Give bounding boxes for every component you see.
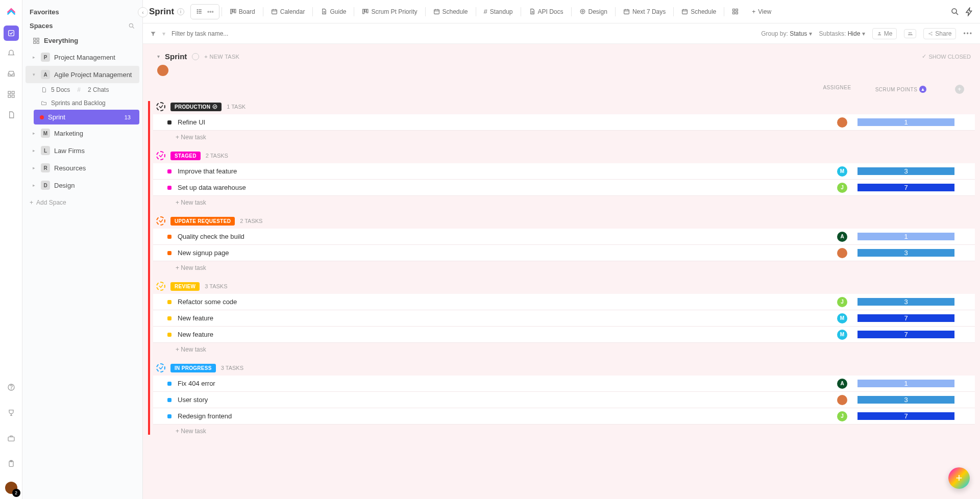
task-name[interactable]: Redesign frontend: [178, 412, 827, 420]
task-name[interactable]: New signup page: [178, 249, 827, 257]
view-tab[interactable]: API Docs: [523, 4, 569, 19]
task-row[interactable]: User story 3: [153, 392, 975, 408]
status-group-header[interactable]: IN PROGRESS 3 TASKS: [153, 362, 975, 376]
space-item[interactable]: ▾ A Agile Project Management: [26, 66, 139, 83]
add-view-button[interactable]: +View: [746, 4, 777, 19]
scrum-points-cell[interactable]: 7: [857, 314, 954, 322]
grid-view-icon[interactable]: [726, 4, 744, 19]
search-icon[interactable]: [950, 7, 960, 16]
view-tab[interactable]: Design: [574, 4, 613, 19]
assignee-filter[interactable]: [904, 29, 916, 38]
task-row[interactable]: Refine UI 1: [153, 114, 975, 131]
assignee-avatar[interactable]: J: [837, 297, 847, 307]
task-row[interactable]: Redesign frontend J 7: [153, 408, 975, 425]
status-group-header[interactable]: REVIEW 3 TASKS: [153, 281, 975, 294]
share-button[interactable]: Share: [923, 28, 956, 39]
favorites-header[interactable]: Favorites: [22, 5, 142, 19]
task-row[interactable]: Set up data warehouse J 7: [153, 180, 975, 196]
status-group-header[interactable]: UPDATE REQUESTED 2 TASKS: [153, 215, 975, 229]
task-name[interactable]: Improve that feature: [178, 167, 827, 175]
add-column-button[interactable]: +: [955, 85, 964, 94]
scrum-points-cell[interactable]: 3: [857, 167, 954, 175]
view-tab[interactable]: Schedule: [428, 4, 474, 19]
task-name[interactable]: New feature: [178, 331, 827, 338]
docs-item[interactable]: 5 Docs#2 Chats: [34, 83, 142, 96]
assignee-avatar[interactable]: [837, 117, 847, 128]
status-group-header[interactable]: STAGED 2 TASKS: [153, 150, 975, 163]
sort-icon[interactable]: ▲: [919, 86, 926, 93]
status-group-header[interactable]: PRODUCTION 1 TASK: [153, 101, 975, 114]
scrum-points-cell[interactable]: 7: [857, 331, 954, 338]
task-row[interactable]: Refactor some code J 3: [153, 294, 975, 310]
doc-icon[interactable]: [4, 107, 19, 122]
everything-item[interactable]: Everything: [26, 33, 139, 48]
scrum-points-cell[interactable]: 1: [857, 118, 954, 126]
task-name[interactable]: Fix 404 error: [178, 380, 827, 387]
view-tab[interactable]: Calendar: [265, 4, 311, 19]
avatar[interactable]: [157, 65, 168, 76]
scrum-points-cell[interactable]: 7: [857, 184, 954, 191]
bolt-icon[interactable]: [965, 7, 974, 16]
task-row[interactable]: Quality check the build A 1: [153, 229, 975, 245]
clipboard-icon[interactable]: [4, 456, 19, 471]
filter-icon[interactable]: [150, 31, 156, 37]
space-item[interactable]: ▸ R Resources: [26, 159, 139, 177]
groupby-control[interactable]: Group by: Status ▾: [761, 30, 812, 37]
scrum-points-cell[interactable]: 3: [857, 249, 954, 257]
show-closed-button[interactable]: ✓ SHOW CLOSED: [922, 53, 971, 60]
add-task-button[interactable]: + New task: [153, 196, 975, 206]
view-tab[interactable]: Scrum Pt Priority: [356, 4, 423, 19]
task-row[interactable]: Improve that feature M 3: [153, 163, 975, 180]
scrum-points-cell[interactable]: 1: [857, 233, 954, 240]
view-tab[interactable]: #Standup: [478, 4, 519, 19]
collapse-icon[interactable]: ▾: [157, 54, 160, 59]
filter-input[interactable]: [172, 30, 274, 37]
bell-icon[interactable]: [4, 46, 19, 61]
home-icon[interactable]: [4, 26, 19, 41]
info-icon[interactable]: i: [177, 8, 184, 15]
scrum-points-cell[interactable]: 3: [857, 298, 954, 306]
app-logo[interactable]: [6, 5, 17, 16]
space-item[interactable]: ▸ L Law Firms: [26, 142, 139, 159]
task-name[interactable]: New feature: [178, 314, 827, 322]
points-header[interactable]: SCRUM POINTS▲: [852, 85, 949, 94]
add-task-button[interactable]: + New task: [153, 131, 975, 141]
assignee-avatar[interactable]: J: [837, 183, 847, 193]
task-row[interactable]: New feature M 7: [153, 327, 975, 343]
collapse-sidebar-button[interactable]: ‹: [138, 7, 148, 17]
me-filter[interactable]: Me: [872, 28, 897, 39]
user-avatar[interactable]: 2: [5, 482, 17, 494]
task-name[interactable]: Quality check the build: [178, 233, 827, 240]
inbox-icon[interactable]: [4, 66, 19, 82]
view-tab[interactable]: Board: [224, 4, 261, 19]
scrum-points-cell[interactable]: 3: [857, 396, 954, 404]
assignee-avatar[interactable]: M: [837, 313, 847, 323]
task-name[interactable]: Set up data warehouse: [178, 184, 827, 191]
view-tab[interactable]: Next 7 Days: [618, 4, 671, 19]
view-tab[interactable]: •••: [190, 4, 219, 19]
assignee-avatar[interactable]: A: [837, 379, 847, 389]
assignee-header[interactable]: ASSIGNEE: [822, 85, 852, 94]
space-item[interactable]: ▸ M Marketing: [26, 124, 139, 142]
assignee-avatar[interactable]: A: [837, 232, 847, 242]
briefcase-icon[interactable]: [4, 431, 19, 446]
trophy-icon[interactable]: [4, 405, 19, 420]
task-name[interactable]: Refine UI: [178, 118, 827, 126]
list-item-sprint[interactable]: Sprint 13: [34, 110, 139, 124]
scrum-points-cell[interactable]: 1: [857, 380, 954, 387]
apps-icon[interactable]: [4, 87, 19, 102]
view-tab[interactable]: Guide: [315, 4, 352, 19]
add-task-button[interactable]: + New task: [153, 425, 975, 435]
assignee-avatar[interactable]: J: [837, 411, 847, 421]
add-space-button[interactable]: + Add Space: [22, 194, 142, 211]
subtasks-control[interactable]: Subtasks: Hide ▾: [819, 30, 865, 37]
folder-item[interactable]: Sprints and Backlog: [34, 96, 142, 110]
assignee-avatar[interactable]: M: [837, 330, 847, 340]
more-icon[interactable]: •••: [963, 30, 973, 37]
task-row[interactable]: New feature M 7: [153, 310, 975, 327]
task-row[interactable]: New signup page 3: [153, 245, 975, 261]
scrum-points-cell[interactable]: 7: [857, 412, 954, 420]
space-item[interactable]: ▸ P Project Management: [26, 48, 139, 66]
task-name[interactable]: User story: [178, 396, 827, 404]
more-icon[interactable]: •••: [207, 8, 214, 15]
